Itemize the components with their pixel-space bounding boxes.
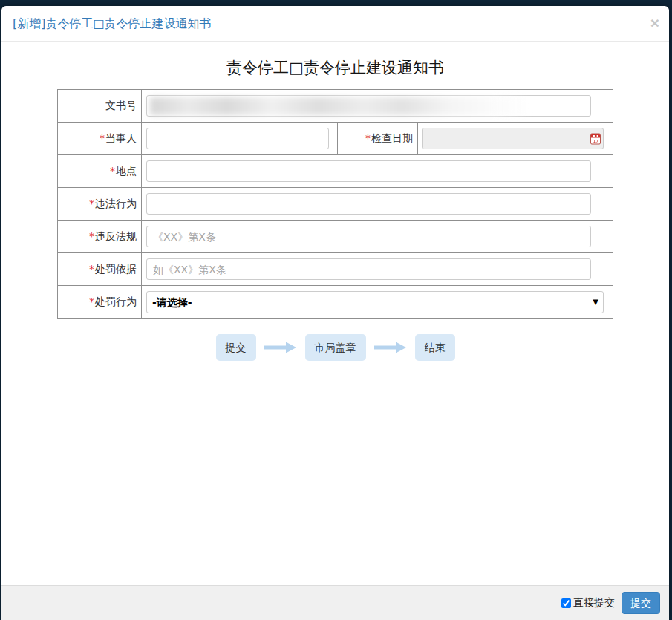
- form-title: 责令停工□责令停止建设通知书: [1, 57, 669, 78]
- required-asterisk-icon: *: [89, 296, 94, 307]
- party-input[interactable]: [146, 128, 329, 149]
- required-asterisk-icon: *: [100, 132, 105, 144]
- required-asterisk-icon: *: [110, 165, 115, 177]
- flow-step-city-seal: 市局盖章: [305, 334, 366, 361]
- inspection-date-input[interactable]: [422, 128, 604, 149]
- form-row-violated-regulation: *违反法规: [58, 221, 613, 253]
- penalty-basis-input[interactable]: [146, 258, 591, 280]
- field-label-inspection-date: *检查日期: [338, 123, 418, 155]
- submit-button[interactable]: 提交: [622, 592, 660, 614]
- flow-step-end: 结束: [415, 334, 455, 361]
- calendar-icon[interactable]: 17: [590, 133, 601, 144]
- required-asterisk-icon: *: [365, 132, 371, 144]
- required-asterisk-icon: *: [89, 198, 94, 209]
- dialog-body: 责令停工□责令停止建设通知书 文书号 *当事人 *检查日期: [1, 42, 669, 585]
- flow-arrow-icon: [264, 341, 298, 354]
- required-asterisk-icon: *: [89, 230, 94, 242]
- field-label-party: *当事人: [58, 123, 142, 155]
- field-label-location: *地点: [58, 155, 142, 188]
- document-number-input[interactable]: [146, 95, 591, 117]
- workflow-diagram: 提交 市局盖章 结束: [1, 334, 669, 361]
- dialog-title: [新增]责令停工□责令停止建设通知书: [13, 16, 212, 30]
- location-input[interactable]: [146, 160, 591, 182]
- form-row-document-number: 文书号: [58, 90, 613, 123]
- form-row-penalty-action: *处罚行为 -请选择- ▼: [58, 286, 613, 319]
- required-asterisk-icon: *: [89, 263, 94, 275]
- form-row-party-and-date: *当事人 *检查日期 17: [58, 123, 613, 155]
- field-label-violated-regulation: *违反法规: [58, 221, 142, 253]
- dialog-footer: 直接提交 提交: [1, 585, 669, 620]
- direct-submit-label: 直接提交: [573, 596, 615, 610]
- field-label-penalty-action: *处罚行为: [58, 286, 142, 319]
- direct-submit-option: 直接提交: [561, 596, 615, 610]
- form-row-location: *地点: [58, 155, 613, 188]
- field-label-illegal-act: *违法行为: [58, 188, 142, 221]
- field-label-penalty-basis: *处罚依据: [58, 253, 142, 286]
- new-notice-dialog: [新增]责令停工□责令停止建设通知书 × 责令停工□责令停止建设通知书 文书号 …: [1, 6, 669, 620]
- form-row-penalty-basis: *处罚依据: [58, 253, 613, 286]
- flow-step-submit: 提交: [216, 334, 256, 361]
- dialog-header: [新增]责令停工□责令停止建设通知书 ×: [1, 6, 669, 42]
- flow-arrow-icon: [373, 341, 408, 354]
- notice-form-table: 文书号 *当事人 *检查日期: [57, 89, 613, 319]
- form-row-illegal-act: *违法行为: [58, 188, 613, 221]
- illegal-act-input[interactable]: [146, 193, 591, 215]
- close-icon[interactable]: ×: [650, 15, 659, 30]
- direct-submit-checkbox[interactable]: [561, 598, 571, 608]
- field-label-document-number: 文书号: [58, 90, 142, 123]
- violated-regulation-input[interactable]: [146, 226, 591, 247]
- penalty-action-select[interactable]: -请选择-: [146, 291, 604, 313]
